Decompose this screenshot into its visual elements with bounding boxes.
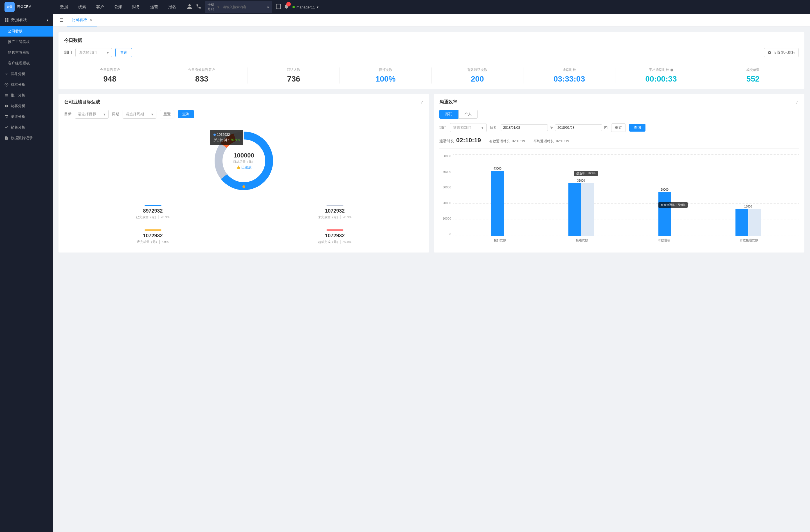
comm-call-duration: 通话时长 02:10:19 bbox=[439, 137, 481, 144]
comm-expand-icon[interactable]: ⤢ bbox=[795, 100, 799, 105]
sidebar-item-record[interactable]: 数据流转记录 bbox=[0, 133, 53, 144]
business-expand-icon[interactable]: ⤢ bbox=[420, 100, 424, 105]
stat-should-complete-desc: 应完成量（元）│ 8.9% bbox=[67, 240, 239, 244]
settings-btn[interactable]: 设置显示指标 bbox=[764, 48, 799, 57]
nav-finance[interactable]: 财务 bbox=[127, 0, 145, 14]
dept-select[interactable]: 请选择部门 ▾ bbox=[75, 48, 112, 57]
metric-today-first: 今日首咨客户 948 bbox=[64, 67, 156, 84]
tab-close-btn[interactable]: ✕ bbox=[90, 18, 92, 22]
comm-call-duration-label: 通话时长 bbox=[439, 139, 454, 144]
bar-chart: 50000 40000 30000 20000 10000 0 bbox=[439, 154, 799, 244]
sidebar-item-channel[interactable]: 渠道分析 bbox=[0, 111, 53, 122]
comm-header: 沟通效率 ⤢ bbox=[439, 99, 799, 105]
metric-call-duration-value: 03:33:03 bbox=[526, 74, 612, 84]
search-type-label: 手机号码 bbox=[208, 2, 216, 12]
person-icon[interactable] bbox=[187, 4, 192, 11]
donut-total-label: 目标总量（元） bbox=[233, 160, 255, 164]
metric-effective-calls: 有效通话次数 200 bbox=[432, 67, 524, 84]
metric-deals-label: 成交单数 bbox=[710, 67, 796, 72]
metric-revisit-label: 回访人数 bbox=[250, 67, 337, 72]
nav-register[interactable]: 报名 bbox=[163, 0, 181, 14]
metric-deals: 成交单数 552 bbox=[707, 67, 799, 84]
svg-point-11 bbox=[242, 185, 245, 188]
sidebar-section-label: 数据看板 bbox=[11, 17, 27, 22]
comm-reset-btn[interactable]: 重置 bbox=[611, 123, 626, 132]
bar-effective-main bbox=[659, 192, 671, 236]
stat-incomplete-value: 1072932 bbox=[249, 208, 421, 214]
comm-tab-dept[interactable]: 部门 bbox=[439, 110, 458, 119]
comm-dept-placeholder: 请选择部门 bbox=[453, 125, 471, 130]
date-from-input[interactable] bbox=[501, 124, 548, 131]
y-label-0: 0 bbox=[450, 233, 451, 236]
bell-icon[interactable]: 5 bbox=[284, 4, 289, 11]
sidebar-section-header[interactable]: 数据看板 ▴ bbox=[0, 14, 53, 26]
top-nav: 云朵 云朵CRM 数据 线索 客户 公海 财务 运营 报名 手机号码 ▾ bbox=[0, 0, 810, 14]
bar-group-connect: 35000 接通率：70.9% bbox=[568, 179, 594, 236]
filter-left: 部门 请选择部门 ▾ 查询 bbox=[64, 48, 132, 57]
sidebar-item-sales[interactable]: 销售分析 bbox=[0, 122, 53, 133]
dashboard-icon bbox=[4, 18, 9, 22]
tab-label: 公司看板 bbox=[71, 17, 87, 22]
today-query-btn[interactable]: 查询 bbox=[115, 48, 132, 57]
nav-leads[interactable]: 线索 bbox=[73, 0, 91, 14]
sidebar-item-sales-mgr[interactable]: 销售主管看板 bbox=[0, 47, 53, 58]
sidebar-item-visitor[interactable]: 访客分析 bbox=[0, 101, 53, 111]
comm-avg-label: 平均通话时长 bbox=[534, 139, 554, 144]
nav-data[interactable]: 数据 bbox=[55, 0, 73, 14]
metric-avg-duration-value: 00:00:33 bbox=[618, 74, 704, 84]
sidebar-item-company[interactable]: 公司看板 bbox=[0, 26, 53, 36]
app-layout: 数据看板 ▴ 公司看板 推广主管看板 销售主管看板 客户经理看板 漏斗分析 成本… bbox=[0, 14, 810, 532]
period-placeholder: 请选择周期 bbox=[126, 112, 144, 117]
search-icon bbox=[266, 5, 270, 9]
page-content: 今日数据 部门 请选择部门 ▾ 查询 设置显示指标 bbox=[53, 27, 810, 258]
period-select[interactable]: 请选择周期 ▾ bbox=[123, 110, 156, 119]
tab-toggle-btn[interactable]: ☰ bbox=[58, 16, 66, 24]
sidebar-item-account-mgr[interactable]: 客户经理看板 bbox=[0, 58, 53, 69]
comm-query-btn[interactable]: 查询 bbox=[629, 124, 646, 132]
sidebar-collapse-icon[interactable]: ▴ bbox=[46, 18, 48, 22]
metric-avg-duration: 平均通话时长 00:00:33 bbox=[615, 67, 707, 84]
channel-label: 渠道分析 bbox=[11, 114, 25, 119]
settings-icon bbox=[767, 51, 772, 54]
target-query-btn[interactable]: 查询 bbox=[178, 110, 194, 118]
comm-title: 沟通效率 bbox=[439, 99, 457, 105]
comm-filter: 部门 请选择部门 ▾ 日期 至 重置 查询 bbox=[439, 123, 799, 132]
x-label-valid-connect: 有效接通次数 bbox=[740, 238, 758, 243]
sidebar: 数据看板 ▴ 公司看板 推广主管看板 销售主管看板 客户经理看板 漏斗分析 成本… bbox=[0, 14, 53, 532]
tablet-icon[interactable] bbox=[276, 4, 281, 11]
phone-icon[interactable] bbox=[196, 4, 201, 11]
nav-links: 数据 线索 客户 公海 财务 运营 报名 手机号码 ▾ 5 bbox=[55, 0, 806, 14]
calendar-icon bbox=[604, 126, 608, 130]
metric-valid-first: 今日有效首咨客户 833 bbox=[156, 67, 248, 84]
sidebar-item-promote[interactable]: 推广分析 bbox=[0, 90, 53, 101]
stat-incomplete-desc: 未完成量（元）│ 20.9% bbox=[249, 215, 421, 219]
stat-completed-bar bbox=[145, 205, 161, 206]
sidebar-item-cost[interactable]: 成本分析 bbox=[0, 79, 53, 90]
comm-dept-select[interactable]: 请选择部门 ▾ bbox=[450, 123, 487, 132]
search-input[interactable] bbox=[223, 5, 265, 9]
date-range: 至 bbox=[501, 124, 608, 131]
date-to-input[interactable] bbox=[555, 124, 602, 131]
nav-customers[interactable]: 客户 bbox=[91, 0, 109, 14]
sidebar-item-funnel[interactable]: 漏斗分析 bbox=[0, 69, 53, 79]
comm-effective: 有效通话时长 02:10:19 bbox=[489, 139, 525, 144]
tab-company-board[interactable]: 公司看板 ✕ bbox=[67, 14, 97, 27]
dept-select-arrow: ▾ bbox=[107, 51, 109, 55]
funnel-icon bbox=[4, 72, 9, 76]
target-reset-btn[interactable]: 重置 bbox=[160, 110, 174, 118]
date-label: 日期 bbox=[490, 125, 497, 130]
nav-ops[interactable]: 运营 bbox=[145, 0, 163, 14]
online-status bbox=[292, 6, 295, 8]
comm-effective-label: 有效通话时长 bbox=[489, 139, 509, 144]
promote-icon bbox=[4, 93, 9, 97]
target-label: 目标 bbox=[64, 112, 71, 117]
target-select[interactable]: 请选择目标 ▾ bbox=[75, 110, 109, 119]
bar-label-29000: 29000 bbox=[661, 188, 668, 191]
donut-chart-area: 100000 目标总量（元） 👍 已达成 1072932 所占比例：70.9% bbox=[64, 124, 424, 197]
sales-icon bbox=[4, 126, 9, 129]
nav-pool[interactable]: 公海 bbox=[109, 0, 127, 14]
logo-icon: 云朵 bbox=[4, 2, 15, 12]
comm-tab-person[interactable]: 个人 bbox=[458, 110, 477, 119]
sidebar-item-promote-mgr[interactable]: 推广主管看板 bbox=[0, 36, 53, 47]
user-info[interactable]: manager11 ▾ bbox=[292, 5, 319, 9]
